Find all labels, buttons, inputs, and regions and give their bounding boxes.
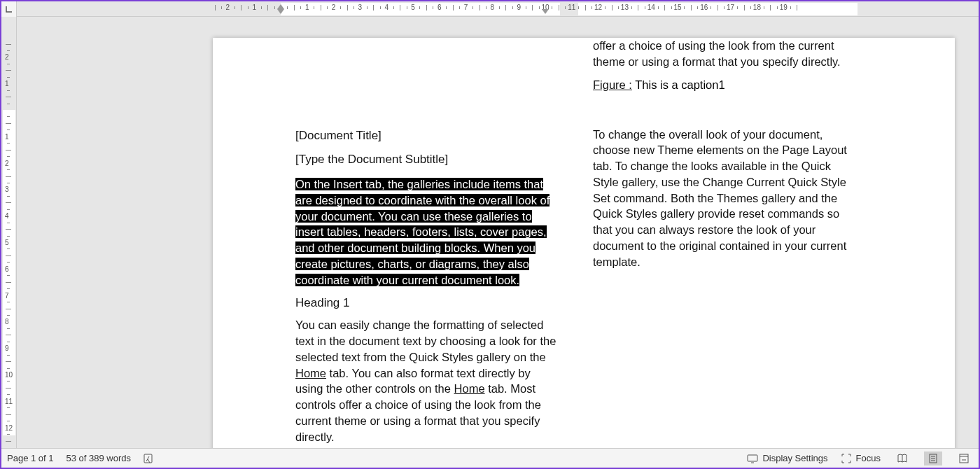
vertical-ruler[interactable]: 21123456789101112 <box>1 17 17 448</box>
web-layout-button[interactable] <box>955 451 973 465</box>
h-ruler-number: 18 <box>753 4 761 11</box>
home-link-1[interactable]: Home <box>295 367 326 379</box>
h-ruler-number: 2 <box>226 4 230 11</box>
paragraph-3[interactable]: To change the overall look of your docum… <box>593 127 855 270</box>
v-ruler-number: 5 <box>5 239 9 246</box>
h-ruler-number: 1 <box>252 4 256 11</box>
figure-label-link[interactable]: Figure : <box>593 78 632 91</box>
home-link-2[interactable]: Home <box>454 382 485 395</box>
page-content[interactable]: [Document Title] [Type the Document Subt… <box>295 129 872 448</box>
v-ruler-number: 9 <box>5 344 9 352</box>
h-ruler-number: 1 <box>305 4 309 11</box>
document-canvas[interactable]: [Document Title] [Type the Document Subt… <box>17 17 979 448</box>
document-title-placeholder[interactable]: [Document Title] <box>295 129 558 143</box>
selected-text[interactable]: On the Insert tab, the galleries include… <box>295 178 550 286</box>
proofing-icon[interactable] <box>144 453 155 464</box>
h-ruler-number: 4 <box>384 4 388 11</box>
tab-stop-selector[interactable] <box>1 1 17 17</box>
horizontal-ruler[interactable]: 2112345678910111213141516171819 <box>1 1 979 17</box>
word-count[interactable]: 53 of 389 words <box>66 453 132 463</box>
h-ruler-number: 5 <box>411 4 415 11</box>
paragraph-2[interactable]: You can easily change the formatting of … <box>295 317 558 444</box>
v-ruler-number: 12 <box>5 424 13 431</box>
figure-caption-text: This is a caption1 <box>632 78 725 91</box>
v-ruler-number: 4 <box>5 212 9 220</box>
para2-text-pre: You can easily change the formatting of … <box>295 318 556 363</box>
status-bar: Page 1 of 1 53 of 389 words Display Sett… <box>1 448 979 468</box>
h-ruler-number: 19 <box>780 4 788 11</box>
v-ruler-number: 11 <box>5 397 13 405</box>
v-ruler-number: 10 <box>5 371 13 379</box>
v-ruler-number: 7 <box>5 291 9 299</box>
h-ruler-number: 11 <box>568 4 575 11</box>
v-ruler-number: 8 <box>5 318 9 326</box>
page: [Document Title] [Type the Document Subt… <box>213 38 955 448</box>
h-ruler-number: 3 <box>358 4 363 11</box>
page-indicator[interactable]: Page 1 of 1 <box>7 453 54 463</box>
v-ruler-number: 1 <box>5 132 9 140</box>
v-ruler-number: 2 <box>5 53 9 61</box>
h-ruler-number: 14 <box>648 4 655 11</box>
focus-button[interactable]: Focus <box>841 453 881 464</box>
h-ruler-number: 9 <box>517 4 521 11</box>
display-settings-button[interactable]: Display Settings <box>747 453 827 464</box>
figure-caption[interactable]: Figure : This is a caption1 <box>593 78 855 92</box>
svg-rect-6 <box>960 454 968 463</box>
h-ruler-number: 12 <box>594 4 602 11</box>
h-ruler-number: 8 <box>491 4 495 11</box>
document-subtitle-placeholder[interactable]: [Type the Document Subtitle] <box>295 153 558 167</box>
paragraph-selected[interactable]: On the Insert tab, the galleries include… <box>295 176 558 288</box>
h-ruler-number: 7 <box>464 4 468 11</box>
h-ruler-number: 16 <box>700 4 708 11</box>
h-ruler-number: 2 <box>332 4 336 11</box>
print-layout-button[interactable] <box>924 451 942 465</box>
h-ruler-number: 13 <box>621 4 629 11</box>
v-ruler-number: 3 <box>5 186 9 193</box>
v-ruler-number: 1 <box>5 80 9 88</box>
column-1: [Document Title] [Type the Document Subt… <box>295 129 558 448</box>
h-ruler-number: 17 <box>727 4 734 11</box>
svg-rect-1 <box>748 455 757 461</box>
v-ruler-number: 2 <box>5 159 9 167</box>
paragraph-2-continuation[interactable]: offer a choice of using the look from th… <box>593 38 855 70</box>
v-ruler-number: 6 <box>5 265 9 272</box>
read-mode-button[interactable] <box>893 451 911 465</box>
column-2: offer a choice of using the look from th… <box>593 38 855 448</box>
h-ruler-number: 6 <box>438 4 442 11</box>
heading-1[interactable]: Heading 1 <box>295 296 558 310</box>
h-ruler-number: 15 <box>673 4 681 11</box>
